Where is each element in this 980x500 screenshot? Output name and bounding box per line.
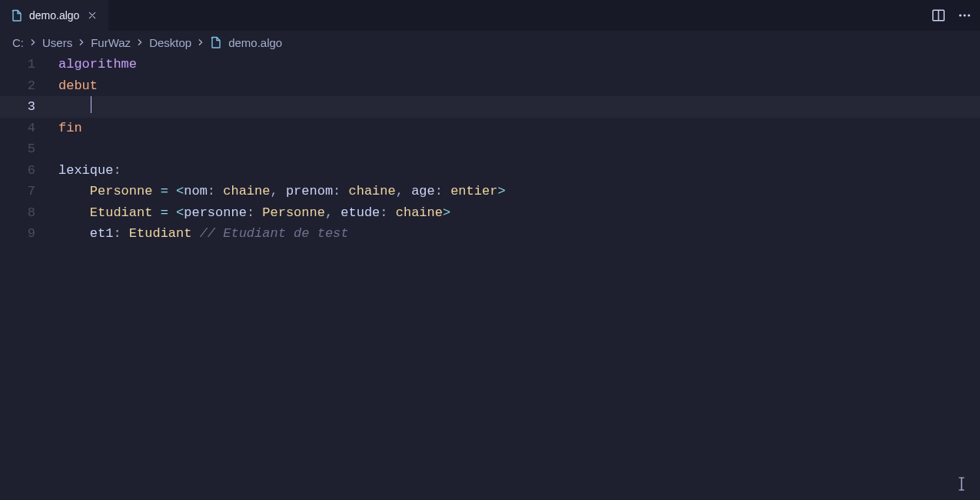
line-number: 6: [0, 160, 35, 182]
code-line[interactable]: et1: Etudiant // Etudiant de test: [58, 223, 980, 245]
code-line[interactable]: [58, 138, 980, 160]
code-line[interactable]: debut: [58, 75, 980, 97]
line-number: 7: [0, 181, 35, 202]
code-line[interactable]: lexique:: [58, 160, 980, 182]
file-icon: [11, 9, 23, 22]
line-number: 4: [0, 118, 35, 139]
code-line-content: debut: [58, 78, 98, 93]
chevron-right-icon: [77, 38, 86, 47]
code-line-content: fin: [58, 121, 82, 135]
more-actions-icon[interactable]: [955, 6, 974, 25]
svg-point-4: [968, 14, 970, 16]
tabbar-actions: [929, 0, 974, 31]
code-editor[interactable]: 123456789 algorithmedebut finlexique: Pe…: [0, 54, 980, 500]
chevron-right-icon: [196, 38, 205, 47]
chevron-right-icon: [28, 38, 38, 47]
line-number: 5: [0, 138, 35, 160]
breadcrumb-segment[interactable]: FurWaz: [91, 36, 131, 49]
editor-tab-active[interactable]: demo.algo: [0, 0, 109, 31]
code-line-content: Etudiant = <personne: Personne, etude: c…: [58, 205, 450, 220]
line-number-gutter: 123456789: [0, 54, 52, 500]
close-icon[interactable]: [85, 8, 99, 22]
tab-file-name: demo.algo: [29, 9, 79, 22]
svg-point-2: [959, 14, 962, 16]
file-icon: [210, 36, 222, 48]
chevron-right-icon: [135, 38, 145, 47]
code-line[interactable]: algorithme: [58, 54, 980, 75]
breadcrumb-file[interactable]: demo.algo: [228, 36, 282, 49]
code-line-content: algorithme: [58, 57, 137, 72]
code-area[interactable]: algorithmedebut finlexique: Personne = <…: [52, 54, 980, 500]
line-number: 8: [0, 202, 35, 224]
split-editor-icon[interactable]: [929, 6, 948, 25]
svg-point-3: [963, 14, 965, 16]
code-line-content: lexique:: [58, 163, 121, 178]
active-line-highlight: [0, 96, 980, 118]
line-number: 2: [0, 75, 35, 97]
tab-bar: demo.algo: [0, 0, 980, 31]
code-line[interactable]: fin: [58, 118, 980, 139]
breadcrumb-segment[interactable]: Desktop: [149, 36, 191, 49]
breadcrumb-segment[interactable]: Users: [42, 36, 72, 49]
code-line[interactable]: Personne = <nom: chaine, prenom: chaine,…: [58, 181, 980, 202]
breadcrumb-segment[interactable]: C:: [12, 36, 24, 49]
line-number: 9: [0, 223, 35, 245]
code-line[interactable]: Etudiant = <personne: Personne, etude: c…: [58, 202, 980, 224]
line-number: 1: [0, 54, 35, 75]
code-line-content: et1: Etudiant // Etudiant de test: [58, 226, 349, 241]
code-line-content: Personne = <nom: chaine, prenom: chaine,…: [58, 184, 506, 198]
code-line-content: [58, 99, 91, 114]
text-cursor-icon: [957, 477, 966, 491]
breadcrumb[interactable]: C: Users FurWaz Desktop demo.algo: [0, 31, 980, 54]
text-caret: [91, 96, 92, 113]
code-line[interactable]: [58, 96, 980, 118]
